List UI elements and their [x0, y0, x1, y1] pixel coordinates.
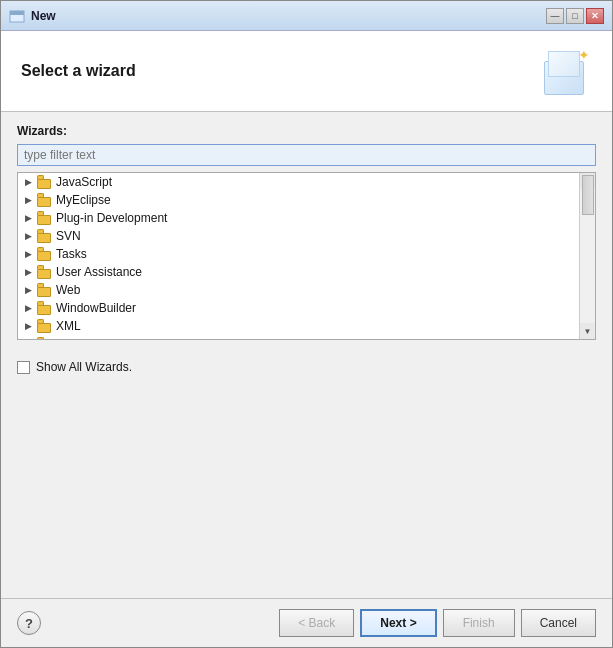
tree-label-plugin-dev: Plug-in Development	[56, 211, 167, 225]
tree-item-tasks[interactable]: ▶Tasks	[18, 245, 595, 263]
tree-item-web[interactable]: ▶Web	[18, 281, 595, 299]
filter-input[interactable]	[17, 144, 596, 166]
folder-icon	[37, 301, 53, 315]
tree-arrow-user-assistance: ▶	[22, 266, 34, 278]
tree-item-other[interactable]: ▼Other	[18, 335, 595, 340]
folder-icon	[37, 229, 53, 243]
page-title: Select a wizard	[21, 62, 136, 80]
tree-arrow-plugin-dev: ▶	[22, 212, 34, 224]
tree-item-javascript[interactable]: ▶JavaScript	[18, 173, 595, 191]
tree-arrow-xml: ▶	[22, 320, 34, 332]
bottom-bar: Show All Wizards.	[1, 352, 612, 382]
scrollbar-thumb[interactable]	[582, 175, 594, 215]
folder-icon	[37, 265, 53, 279]
help-button[interactable]: ?	[17, 611, 41, 635]
tree-item-xml[interactable]: ▶XML	[18, 317, 595, 335]
tree-label-windowbuilder: WindowBuilder	[56, 301, 136, 315]
title-bar: New — □ ✕	[1, 1, 612, 31]
wizards-label: Wizards:	[17, 124, 596, 138]
tree-arrow-windowbuilder: ▶	[22, 302, 34, 314]
window-controls: — □ ✕	[546, 8, 604, 24]
close-button[interactable]: ✕	[586, 8, 604, 24]
tree-item-plugin-dev[interactable]: ▶Plug-in Development	[18, 209, 595, 227]
tree-arrow-tasks: ▶	[22, 248, 34, 260]
tree-container[interactable]: ▶JavaScript▶MyEclipse▶Plug-in Developmen…	[17, 172, 596, 340]
header-section: Select a wizard ✦	[1, 31, 612, 112]
wizard-icon: ✦	[544, 47, 592, 95]
folder-icon	[37, 337, 53, 340]
back-button[interactable]: < Back	[279, 609, 354, 637]
next-button[interactable]: Next >	[360, 609, 436, 637]
tree-label-javascript: JavaScript	[56, 175, 112, 189]
window-title: New	[31, 9, 546, 23]
window-icon	[9, 8, 25, 24]
tree-item-svn[interactable]: ▶SVN	[18, 227, 595, 245]
footer: ? < Back Next > Finish Cancel	[1, 598, 612, 647]
scrollbar-down-arrow[interactable]: ▼	[579, 323, 595, 339]
tree-item-user-assistance[interactable]: ▶User Assistance	[18, 263, 595, 281]
content-area: Wizards: ▶JavaScript▶MyEclipse▶Plug-in D…	[1, 112, 612, 352]
finish-button[interactable]: Finish	[443, 609, 515, 637]
tree-arrow-svn: ▶	[22, 230, 34, 242]
tree-label-web: Web	[56, 283, 80, 297]
tree-label-xml: XML	[56, 319, 81, 333]
tree-label-svn: SVN	[56, 229, 81, 243]
tree-arrow-myeclipse: ▶	[22, 194, 34, 206]
folder-icon	[37, 283, 53, 297]
tree-arrow-web: ▶	[22, 284, 34, 296]
svg-rect-1	[10, 11, 24, 15]
cancel-button[interactable]: Cancel	[521, 609, 596, 637]
folder-icon	[37, 193, 53, 207]
folder-icon	[37, 175, 53, 189]
tree-item-myeclipse[interactable]: ▶MyEclipse	[18, 191, 595, 209]
tree-arrow-javascript: ▶	[22, 176, 34, 188]
tree-label-tasks: Tasks	[56, 247, 87, 261]
minimize-button[interactable]: —	[546, 8, 564, 24]
footer-buttons: < Back Next > Finish Cancel	[279, 609, 596, 637]
show-all-checkbox[interactable]	[17, 361, 30, 374]
tree-label-other: Other	[56, 337, 86, 340]
show-all-wizards-check[interactable]: Show All Wizards.	[17, 360, 132, 374]
folder-icon	[37, 319, 53, 333]
folder-icon	[37, 247, 53, 261]
window: New — □ ✕ Select a wizard ✦ Wizards: ▶Ja…	[0, 0, 613, 648]
tree-item-windowbuilder[interactable]: ▶WindowBuilder	[18, 299, 595, 317]
maximize-button[interactable]: □	[566, 8, 584, 24]
tree-label-myeclipse: MyEclipse	[56, 193, 111, 207]
tree-arrow-other: ▼	[22, 338, 34, 340]
tree-label-user-assistance: User Assistance	[56, 265, 142, 279]
scrollbar[interactable]: ▲ ▼	[579, 173, 595, 339]
show-all-label: Show All Wizards.	[36, 360, 132, 374]
folder-icon	[37, 211, 53, 225]
